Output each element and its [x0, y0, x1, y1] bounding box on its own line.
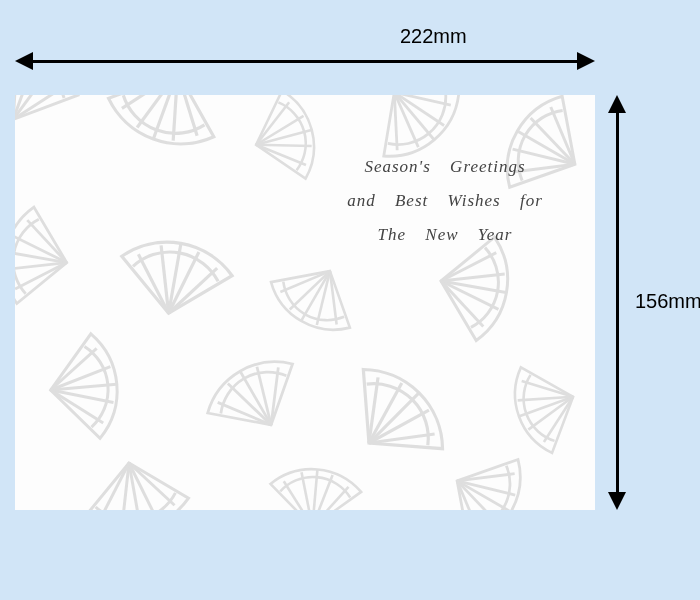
- svg-line-60: [533, 397, 584, 442]
- fan-icon: [68, 439, 203, 510]
- svg-line-61: [523, 397, 578, 430]
- svg-line-1: [15, 95, 34, 119]
- width-dimension-line: [25, 60, 585, 63]
- svg-line-74: [312, 484, 348, 510]
- svg-line-32: [169, 244, 181, 313]
- svg-line-13: [256, 131, 312, 160]
- svg-line-71: [297, 472, 317, 510]
- svg-line-58: [369, 397, 429, 457]
- svg-line-53: [242, 367, 285, 425]
- svg-line-11: [252, 116, 308, 145]
- svg-line-73: [312, 474, 332, 510]
- fan-icon: [15, 95, 98, 153]
- svg-line-62: [519, 397, 573, 417]
- fan-icon: [15, 194, 89, 320]
- svg-line-6: [155, 95, 195, 141]
- svg-line-49: [51, 386, 104, 428]
- svg-line-29: [21, 220, 73, 262]
- fan-icon: [87, 95, 242, 177]
- svg-line-30: [129, 254, 178, 313]
- svg-line-34: [169, 261, 218, 320]
- svg-line-51: [228, 375, 271, 433]
- svg-line-66: [129, 460, 157, 510]
- svg-line-36: [303, 271, 343, 325]
- arrow-down-icon: [608, 492, 626, 510]
- svg-line-45: [47, 348, 100, 390]
- svg-line-41: [441, 263, 505, 291]
- svg-line-15: [394, 95, 451, 128]
- svg-line-68: [111, 463, 139, 510]
- svg-line-64: [522, 366, 573, 411]
- svg-line-72: [312, 470, 317, 510]
- svg-line-42: [441, 281, 506, 292]
- svg-line-79: [440, 481, 498, 510]
- svg-line-28: [15, 236, 70, 263]
- svg-line-37: [301, 271, 330, 321]
- svg-line-75: [457, 451, 515, 504]
- svg-line-19: [367, 95, 424, 150]
- diagram-stage: 222mm 156mm: [0, 0, 700, 600]
- svg-line-14: [256, 134, 306, 176]
- fan-icon: [249, 235, 381, 359]
- svg-line-10: [248, 102, 298, 144]
- svg-line-44: [435, 281, 490, 327]
- greeting-line-1: Season's Greetings: [315, 150, 575, 184]
- greeting-line-3: The New Year: [315, 218, 575, 252]
- svg-line-55: [341, 377, 407, 443]
- svg-line-69: [92, 463, 138, 510]
- svg-line-59: [369, 406, 435, 472]
- svg-line-78: [449, 481, 507, 510]
- svg-line-26: [15, 253, 67, 280]
- svg-line-38: [290, 263, 330, 317]
- height-dimension-line: [616, 105, 619, 500]
- svg-line-77: [457, 481, 510, 510]
- greeting-text: Season's Greetings and Best Wishes for T…: [315, 150, 575, 252]
- svg-line-7: [154, 95, 178, 139]
- svg-line-27: [15, 252, 67, 263]
- svg-line-50: [218, 385, 271, 443]
- svg-line-4: [15, 95, 65, 132]
- fan-icon: [418, 426, 552, 510]
- svg-line-5: [160, 95, 216, 136]
- svg-line-48: [51, 385, 114, 408]
- fan-icon: [260, 451, 371, 510]
- svg-line-3: [15, 95, 51, 126]
- svg-line-16: [394, 95, 444, 136]
- width-dimension-label: 222mm: [400, 25, 467, 48]
- svg-line-65: [129, 457, 175, 510]
- svg-line-17: [394, 95, 434, 140]
- fan-icon: [314, 336, 477, 499]
- svg-line-12: [256, 130, 311, 145]
- card-preview: Season's Greetings and Best Wishes for T…: [15, 95, 595, 510]
- svg-line-0: [15, 95, 30, 119]
- svg-line-70: [280, 481, 316, 510]
- svg-line-52: [240, 372, 271, 425]
- fan-icon: [184, 330, 326, 464]
- fan-icon: [32, 323, 138, 451]
- svg-line-35: [309, 271, 359, 324]
- fan-icon: [103, 215, 247, 338]
- svg-line-2: [15, 95, 36, 119]
- svg-line-25: [15, 255, 67, 297]
- svg-line-63: [518, 382, 573, 415]
- svg-line-46: [49, 367, 112, 390]
- svg-line-8: [137, 95, 177, 134]
- svg-line-57: [369, 393, 419, 443]
- svg-line-9: [122, 95, 178, 122]
- svg-line-33: [169, 249, 199, 317]
- arrow-right-icon: [577, 52, 595, 70]
- svg-line-39: [280, 255, 330, 308]
- svg-line-67: [129, 463, 140, 510]
- greeting-line-2: and Best Wishes for: [315, 184, 575, 218]
- svg-line-31: [150, 245, 180, 313]
- svg-line-18: [381, 95, 431, 147]
- svg-line-54: [248, 367, 301, 425]
- svg-line-56: [355, 383, 415, 443]
- svg-line-47: [51, 384, 117, 390]
- fan-icon: [488, 344, 595, 470]
- height-dimension-label: 156mm: [635, 290, 700, 313]
- svg-line-43: [438, 281, 502, 309]
- svg-line-76: [457, 466, 515, 509]
